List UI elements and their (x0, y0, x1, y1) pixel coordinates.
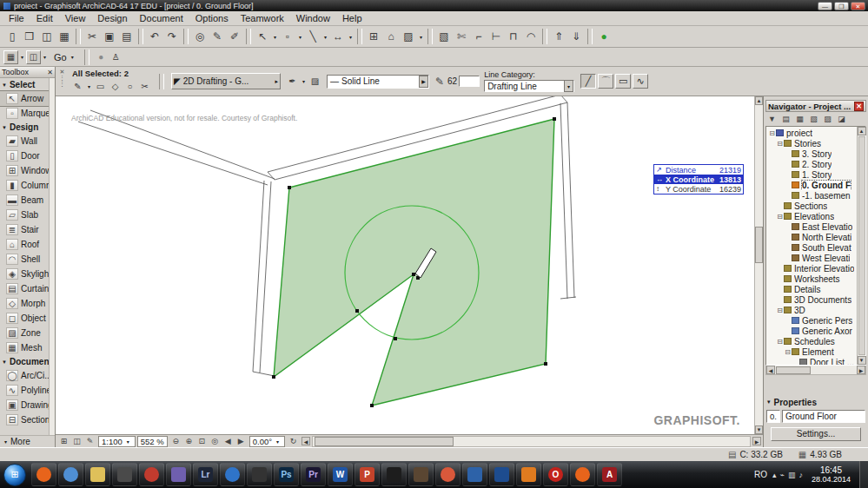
tree-item-0-ground-f[interactable]: 0. Ground F (766, 180, 857, 190)
tree-item-elevations[interactable]: ⊟Elevations (766, 211, 857, 221)
toolbox-section-design[interactable]: ▼Design (0, 121, 49, 134)
redo-icon[interactable]: ↷ (163, 28, 181, 45)
taskbar-opera-icon[interactable]: O (543, 463, 568, 486)
toolbox-item-shell[interactable]: ◠Shell (0, 252, 49, 267)
toolbox-item-wall[interactable]: ▰Wall (0, 134, 49, 148)
trim-icon[interactable]: ⌐ (470, 28, 487, 45)
zoom-field[interactable]: 552 % (137, 436, 168, 447)
groups-icon[interactable]: ▧ (435, 28, 453, 45)
scroll-thumb[interactable] (315, 437, 454, 446)
taskbar-media-icon[interactable] (139, 463, 164, 486)
taskbar-wolf-app-icon[interactable] (408, 463, 434, 486)
virtual-trace-icon[interactable]: ◫ (70, 436, 83, 447)
teamwork-send-icon[interactable]: ⇑ (550, 28, 567, 45)
infobox-drag-handle[interactable]: ✕ ⋮⋮ (58, 69, 66, 95)
pen-set-icon[interactable]: ◫ (26, 50, 41, 64)
tree-item-3d[interactable]: ⊟3D (766, 305, 857, 315)
pen-set-dropdown-icon[interactable]: ▾ (41, 49, 49, 65)
navigator-horizontal-scrollbar[interactable]: ◀ ▶ (765, 366, 866, 375)
element-settings-icon[interactable]: ✎ (70, 79, 85, 93)
split-icon[interactable]: ✄ (453, 28, 470, 45)
toolbox-scrollbar[interactable] (49, 78, 55, 435)
menu-view[interactable]: View (59, 12, 92, 24)
marquee-tool-dropdown-icon[interactable]: ▾ (296, 29, 304, 44)
toolbox-item-door[interactable]: ▯Door (0, 148, 49, 163)
guide-lines-dropdown-icon[interactable]: ▾ (417, 29, 425, 44)
geometry-single-line-button[interactable]: ╱ (580, 74, 596, 89)
trim-method-icon[interactable]: ✂ (137, 79, 152, 93)
tree-expander-icon[interactable]: ⊟ (784, 348, 792, 356)
pen-preview-icon[interactable]: ✎ (83, 436, 96, 447)
tree-item-stories[interactable]: ⊟Stories (766, 138, 857, 148)
canvas-horizontal-scrollbar[interactable] (312, 436, 751, 447)
pen-color-icon[interactable]: ✒ (285, 75, 300, 89)
taskbar-camera-icon[interactable] (247, 463, 272, 486)
zoom-box-icon[interactable]: ◎ (209, 436, 222, 447)
intersect-icon[interactable]: ⊓ (505, 28, 522, 45)
taskbar-app-blue2-icon[interactable] (489, 463, 514, 486)
tab-overview-dropdown-icon[interactable]: ▾ (18, 49, 26, 65)
scroll-up-icon[interactable]: ▲ (858, 127, 866, 135)
tree-expander-icon[interactable]: ⊟ (776, 140, 784, 148)
favorites-dropdown[interactable]: ◤ 2D Drafting - G... ▸ (171, 73, 281, 89)
toolbox-item-slab[interactable]: ▱Slab (0, 208, 49, 222)
tree-item-west-elevati[interactable]: West Elevati (766, 253, 857, 263)
close-button[interactable]: ✕ (851, 2, 865, 10)
pen-color-chip[interactable] (459, 76, 480, 87)
settings-arrow-icon[interactable]: ▾ (85, 78, 93, 94)
zoom-in-icon[interactable]: ⊕ (182, 436, 195, 447)
next-zoom-icon[interactable]: ▶ (235, 436, 248, 447)
tree-item-3-story[interactable]: 3. Story (766, 148, 857, 159)
scroll-right-icon[interactable]: ▶ (857, 366, 865, 374)
taskbar-firefox2-icon[interactable] (570, 463, 595, 486)
navigator-titlebar[interactable]: Navigator - Project ... ✕ (765, 100, 866, 112)
toolbox-item-polyline[interactable]: ∿Polyline (0, 383, 49, 398)
cut-icon[interactable]: ✂ (83, 28, 101, 45)
tree-item-sections[interactable]: Sections (766, 201, 857, 211)
find-select-icon[interactable]: ◎ (191, 28, 209, 45)
walk-person-icon[interactable]: ♙ (109, 50, 123, 64)
line-category-arrow-icon[interactable]: ▾ (564, 80, 573, 92)
geometry-rectangle-button[interactable]: ▭ (615, 74, 631, 89)
rotation-field[interactable]: 0.00° ▾ (249, 436, 285, 447)
previous-view-icon[interactable]: ● (94, 50, 109, 64)
fit-in-window-icon[interactable]: ⊡ (195, 436, 209, 447)
go-button[interactable]: Go ▾ (50, 49, 80, 64)
taskbar-explorer-icon[interactable] (85, 463, 110, 486)
taskbar-premiere-icon[interactable]: Pr (301, 463, 326, 486)
toolbox-item-morph[interactable]: ◇Morph (0, 296, 49, 311)
toolbox-section-document[interactable]: ▼Document (0, 355, 49, 368)
online-status-icon[interactable]: ● (595, 28, 613, 45)
arrow-tool-dropdown-icon[interactable]: ▾ (271, 29, 279, 44)
view-map-icon[interactable]: ▦ (793, 114, 806, 125)
toolbox-header[interactable]: Toolbox ✕ (0, 67, 55, 78)
taskbar-photoshop-icon[interactable]: Ps (274, 463, 299, 486)
tree-item-north-elevati[interactable]: North Elevati (766, 232, 857, 242)
toolbox-item-object[interactable]: ◻Object (0, 311, 49, 326)
tree-item-generic-axor[interactable]: Generic Axor (766, 326, 857, 336)
taskbar-app-blue1-icon[interactable] (462, 463, 487, 486)
scroll-down-icon[interactable]: ▼ (858, 356, 866, 365)
tree-item-details[interactable]: Details (766, 284, 857, 294)
toolbox-item-zone[interactable]: ▨Zone (0, 326, 49, 340)
tree-item-proiect[interactable]: ⊟proiect (766, 128, 857, 138)
tree-item-2-story[interactable]: 2. Story (766, 159, 857, 169)
taskbar-powerpoint-icon[interactable]: P (354, 463, 380, 486)
tree-item-1-story[interactable]: 1. Story (766, 169, 857, 180)
print-icon[interactable]: ▦ (56, 28, 73, 45)
scroll-down-icon[interactable]: ▼ (755, 425, 763, 434)
tree-item-element[interactable]: ⊟Element (766, 346, 857, 357)
paste-icon[interactable]: ▤ (118, 28, 136, 45)
tree-item-generic-pers[interactable]: Generic Pers (766, 315, 857, 326)
toolbox-item-roof[interactable]: ⌂Roof (0, 237, 49, 252)
adjust-icon[interactable]: ⊢ (487, 28, 505, 45)
tree-item-door-list[interactable]: Door List ... (766, 357, 857, 365)
taskbar-lightroom-icon[interactable]: Lr (193, 463, 218, 486)
taskbar-clock[interactable]: 16:45 28.04.2014 (808, 465, 854, 485)
taskbar-vlc-icon[interactable] (516, 463, 541, 486)
taskbar-chrome-icon[interactable] (435, 463, 461, 486)
infobox-close-icon[interactable]: ✕ (60, 69, 65, 75)
toolbox-item-arrow[interactable]: ↖Arrow (0, 91, 49, 106)
brush-icon[interactable]: ✐ (226, 28, 243, 45)
tree-expander-icon[interactable]: ⊟ (768, 129, 776, 137)
